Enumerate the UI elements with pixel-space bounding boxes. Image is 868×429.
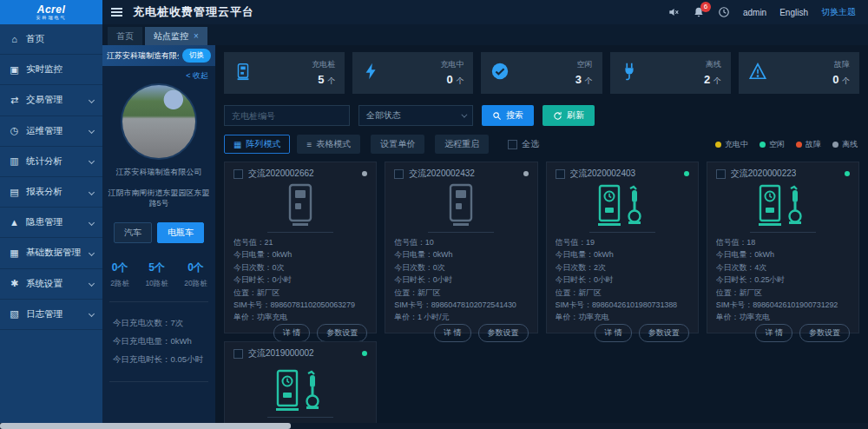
params-button[interactable]: 参数设置 (639, 324, 689, 342)
refresh-icon (553, 111, 562, 121)
card-checkbox[interactable] (233, 169, 243, 179)
action-button[interactable]: 设置单价 (371, 135, 424, 154)
chevron-down-icon (89, 128, 95, 134)
pile-card: 交流2020002662 信号值：21今日电量：0kWh今日次数：0次今日时长：… (224, 162, 377, 333)
tab[interactable]: 首页 (108, 27, 142, 45)
card-checkbox[interactable] (716, 169, 726, 179)
mute-icon[interactable] (667, 6, 680, 18)
status-select[interactable]: 全部状态 (358, 105, 473, 126)
report-icon: ▤ (9, 187, 20, 198)
chevron-down-icon (89, 311, 95, 317)
select-all[interactable]: 全选 (508, 138, 539, 150)
sidebar-item-4[interactable]: ◷ 运维管理 (0, 116, 102, 147)
collapse-link[interactable]: < 收起 (102, 66, 215, 82)
card-checkbox[interactable] (556, 169, 565, 179)
pile-card: 交流2020000223 信号值：18今日电量：0kWh今日次数：4次今日时长：… (707, 162, 859, 333)
database-icon: ▦ (9, 248, 20, 259)
switch-station-button[interactable]: 切换 (182, 49, 211, 63)
toolbar: ▦ 阵列模式 ≡ 表格模式 设置单价 远程重启 全选 充电中 空闲 故障 离线 (224, 135, 859, 154)
card-field: 今日电量：0kWh (394, 248, 528, 261)
close-icon[interactable]: × (194, 31, 199, 41)
summary-cards-row: 充电桩 5 个 充电中 0 个 空闲 3 个 离线 2 个 故障 0 个 (224, 52, 859, 94)
detail-button[interactable]: 详 情 (595, 324, 632, 342)
card-field: 今日时长：0小时 (233, 274, 367, 286)
sidebar-item-1[interactable]: ⌂ 首页 (0, 24, 102, 55)
mode-button[interactable]: ▦ 阵列模式 (224, 135, 290, 154)
station-panel: 江苏安科瑞制造有限公司 切换 < 收起 江苏安科瑞制造有限公司 江阴市南闸街道东… (102, 45, 215, 429)
card-field: 今日时长：0小时 (394, 274, 528, 286)
card-field: 信号值：10 (394, 236, 528, 248)
card-field: SIM卡号：89860426101900731292 (716, 299, 850, 311)
theme-toggle[interactable]: 切换主题 (821, 6, 856, 18)
pile-card: 交流2020002403 信号值：19今日电量：0kWh今日次数：2次今日时长：… (546, 162, 699, 333)
vehicle-tab[interactable]: 汽车 (114, 222, 152, 243)
pile-count-stats: 0个 2路桩 5个 10路桩 0个 20路桩 (102, 261, 215, 289)
search-button[interactable]: 搜索 (482, 105, 534, 126)
status-dot (684, 171, 689, 176)
ebike-charging-icon (275, 368, 326, 412)
mode-button[interactable]: ≡ 表格模式 (297, 135, 360, 154)
params-button[interactable]: 参数设置 (317, 324, 367, 342)
stats-icon: ▥ (9, 155, 20, 167)
language-toggle[interactable]: English (779, 8, 808, 17)
charging-pile-icon (446, 183, 476, 227)
station-address: 江阴市南闸街道东盟园区东盟路5号 (102, 188, 215, 208)
legend-item: 充电中 (715, 139, 748, 150)
action-button[interactable]: 远程重启 (435, 135, 489, 154)
vehicle-tab[interactable]: 电瓶车 (157, 222, 204, 243)
pile-id: 交流2020002403 (570, 168, 636, 180)
card-field: 单价：功率充电 (233, 311, 367, 323)
sidebar-item-7[interactable]: ▲ 隐患管理 (0, 208, 102, 238)
chevron-down-icon (89, 250, 95, 256)
log-icon: ▧ (9, 308, 20, 320)
status-dot (796, 142, 802, 148)
pile-id: 交流2020002662 (248, 168, 314, 180)
clock-icon[interactable] (718, 6, 730, 18)
sidebar-item-9[interactable]: ✱ 系统设置 (0, 269, 102, 300)
params-button[interactable]: 参数设置 (799, 324, 850, 342)
card-checkbox[interactable] (394, 169, 404, 179)
hamburger-menu-icon[interactable] (111, 6, 122, 18)
sidebar-item-10[interactable]: ▧ 日志管理 (0, 300, 102, 330)
card-checkbox[interactable] (233, 349, 243, 359)
card-field: 单价：功率充电 (556, 311, 689, 323)
scrollbar-thumb[interactable] (0, 423, 291, 429)
plug-icon (620, 62, 639, 81)
pile-number-input[interactable] (224, 105, 350, 126)
topbar-actions: 6 admin English 切换主题 (667, 6, 868, 18)
card-field: 位置：新厂区 (233, 287, 367, 299)
sidebar-item-2[interactable]: ▣ 实时监控 (0, 55, 102, 85)
status-dot (760, 142, 766, 148)
status-dot (832, 142, 838, 148)
sidebar-item-6[interactable]: ▤ 报表分析 (0, 177, 102, 208)
today-stats: 今日充电次数：7次 今日充电电量：0kWh 今日充电时长：0.05小时 (102, 314, 215, 369)
top-bar: Acrel 安科瑞电气 充电桩收费管理云平台 6 (0, 0, 868, 24)
card-field: 今日次数：2次 (556, 261, 689, 274)
sidebar-item-3[interactable]: ⇄ 交易管理 (0, 85, 102, 116)
summary-card: 空闲 3 个 (481, 52, 602, 94)
status-dot (362, 351, 367, 356)
bell-icon[interactable]: 6 (693, 6, 705, 18)
username[interactable]: admin (743, 8, 766, 17)
acrel-logo: Acrel 安科瑞电气 (0, 0, 102, 24)
station-photo-caption: 江苏安科瑞制造有限公司 (102, 167, 215, 177)
app-window: Acrel 安科瑞电气 充电桩收费管理云平台 6 (0, 0, 868, 429)
sidebar-item-8[interactable]: ▦ 基础数据管理 (0, 238, 102, 268)
status-dot (523, 171, 529, 176)
refresh-button[interactable]: 刷新 (542, 105, 595, 126)
card-field: 位置：新厂区 (716, 287, 850, 299)
legend-item: 离线 (832, 139, 858, 150)
select-all-checkbox[interactable] (508, 140, 517, 149)
detail-button[interactable]: 详 情 (273, 324, 311, 342)
check-circle-icon (490, 62, 510, 81)
detail-button[interactable]: 详 情 (434, 324, 471, 342)
card-field: 信号值：19 (556, 236, 689, 248)
card-field: 位置：新厂区 (556, 287, 689, 299)
sidebar-item-5[interactable]: ▥ 统计分析 (0, 147, 102, 177)
params-button[interactable]: 参数设置 (478, 324, 529, 342)
today-stat-line: 今日充电电量：0kWh (102, 333, 215, 351)
alert-triangle-icon (748, 62, 767, 81)
summary-card: 充电中 0 个 (352, 52, 473, 94)
tab[interactable]: 站点监控 × (145, 27, 207, 45)
detail-button[interactable]: 详 情 (755, 324, 792, 342)
